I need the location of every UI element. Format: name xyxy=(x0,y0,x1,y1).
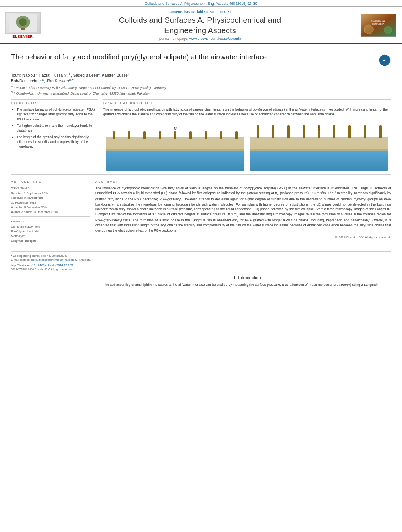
authors-text: Toufik Naoloua, Hazrat Hussaina, b, Sade… xyxy=(11,73,130,83)
graphical-abstract-header: GRAPHICAL ABSTRACT xyxy=(103,99,391,105)
elsevier-brand-text: ELSEVIER xyxy=(12,35,33,39)
bottom-left-col xyxy=(11,275,98,287)
graphical-abstract-text: The influence of hydrophobic modificatio… xyxy=(103,107,391,117)
svg-point-2 xyxy=(19,18,27,26)
doi-text: http://dx.doi.org/10.1016/j.colsurfa.201… xyxy=(11,263,73,267)
email-name: J. Kressler xyxy=(76,258,89,261)
svg-text:✓: ✓ xyxy=(383,57,387,63)
article-history-label: Article history: xyxy=(11,186,90,189)
doi-line[interactable]: http://dx.doi.org/10.1016/j.colsurfa.201… xyxy=(11,263,391,267)
keyword-3: Monolayer xyxy=(11,234,90,239)
corresponding-note: * Corresponding author. Tel.: +49 345552… xyxy=(11,254,391,262)
highlights-header: HIGHLIGHTS xyxy=(11,99,98,105)
chain-3 xyxy=(143,131,146,139)
keyword-4: Langmuir–Blodgett xyxy=(11,239,90,243)
chain-4 xyxy=(159,131,161,139)
journal-bar: Colloids and Surfaces A: Physicochem. En… xyxy=(0,0,402,7)
bottom-section: 1. Introduction The self-assembly of amp… xyxy=(0,275,402,287)
svg-text:COLLOIDS AND: COLLOIDS AND xyxy=(371,20,386,22)
water-layer-a xyxy=(106,149,244,171)
graphical-abstract-section: GRAPHICAL ABSTRACT The influence of hydr… xyxy=(103,99,391,171)
chain-2 xyxy=(128,131,130,139)
chain-5 xyxy=(174,131,176,139)
panel-a-label: a xyxy=(174,125,177,131)
molecule-layer-b xyxy=(250,137,388,151)
chain-b-3 xyxy=(287,125,290,138)
accepted-date: Accepted 6 December 2014 xyxy=(11,205,90,210)
keywords-list: Comb-like copolymers Poly(glycerol adipa… xyxy=(11,224,90,243)
svg-point-8 xyxy=(384,26,392,34)
info-abstract-row: ARTICLE INFO Article history: Received 1… xyxy=(11,174,391,243)
chain-8 xyxy=(220,131,222,139)
issn-text: 0927-7757/© 2014 Elsevier B.V. All right… xyxy=(11,268,74,271)
contents-label: Contents lists available at xyxy=(168,10,208,14)
journal-homepage-line: journal homepage: www.elsevier.com/locat… xyxy=(45,37,355,41)
highlights-list: The surface behavior of poly(glycerol ad… xyxy=(11,107,98,149)
issn-line: 0927-7757/© 2014 Elsevier B.V. All right… xyxy=(11,267,391,272)
chains-word: chains xyxy=(168,223,177,227)
journal-cover-image: COLLOIDS AND SURFACES A xyxy=(361,14,396,37)
svg-point-7 xyxy=(364,25,373,34)
page: Colloids and Surfaces A: Physicochem. En… xyxy=(0,0,402,532)
journal-header: ELSEVIER Contents lists available at Sci… xyxy=(0,7,402,44)
received-revised-date: Received in revised form25 November 2014 xyxy=(11,196,90,205)
highlight-item-2: For higher substitution ratio the monola… xyxy=(17,123,98,133)
molecule-layer-a xyxy=(106,137,244,151)
available-date: Available online 13 December 2014 xyxy=(11,210,90,215)
elsevier-logo-image xyxy=(5,12,41,34)
highlights-section: HIGHLIGHTS The surface behavior of poly(… xyxy=(11,99,98,171)
chain-b-9 xyxy=(379,125,382,138)
crossmark-icon: ✓ xyxy=(378,54,391,67)
journal-cover-area: COLLOIDS AND SURFACES A xyxy=(359,14,398,37)
highlight-item-1: The surface behavior of poly(glycerol ad… xyxy=(17,107,98,122)
chain-b-2 xyxy=(272,125,274,138)
chain-b-4 xyxy=(303,125,305,138)
journal-title-text: Colloids and Surfaces A: Physicochemical… xyxy=(45,15,355,35)
chain-1 xyxy=(113,131,115,139)
graphical-panel-b: b xyxy=(250,123,388,171)
affiliations: a ᵃ Martin Luther University Halle-Witte… xyxy=(11,85,391,96)
intro-section-title: 1. Introduction xyxy=(103,275,391,280)
abstract-text: The influence of hydrophobic modificatio… xyxy=(95,186,391,233)
svg-text:SURFACES A: SURFACES A xyxy=(372,23,385,25)
chain-b-8 xyxy=(364,125,366,138)
journal-bar-text: Colloids and Surfaces A: Physicochem. En… xyxy=(145,2,257,6)
journal-url[interactable]: www.elsevier.com/locate/colsurfa xyxy=(189,37,241,41)
chain-9 xyxy=(235,131,238,139)
chain-b-6 xyxy=(333,125,335,138)
graphical-abstract-image: a xyxy=(103,119,391,171)
keyword-1: Comb-like copolymers xyxy=(11,224,90,229)
chain-7 xyxy=(205,131,207,139)
article-info-header: ARTICLE INFO xyxy=(11,178,90,184)
panel-b-label: b xyxy=(318,125,321,131)
elsevier-logo: ELSEVIER xyxy=(4,12,41,39)
graphical-panel-a: a xyxy=(106,123,244,171)
article-dates: Received 1 September 2014 Received in re… xyxy=(11,191,90,215)
sciencedirect-link[interactable]: ScienceDirect xyxy=(210,10,232,14)
svg-rect-3 xyxy=(21,28,25,30)
copyright-text: © 2014 Elsevier B.V. All rights reserved… xyxy=(95,235,391,239)
authors-section: Toufik Naoloua, Hazrat Hussaina, b, Sade… xyxy=(11,72,391,83)
article-info-section: ARTICLE INFO Article history: Received 1… xyxy=(11,178,90,243)
email-label: E-mail address: xyxy=(11,258,30,261)
article-title-section: The behavior of fatty acid modified poly… xyxy=(11,52,391,70)
introduction-section: 1. Introduction The self-assembly of amp… xyxy=(103,275,391,287)
received-date: Received 1 September 2014 xyxy=(11,191,90,196)
affiliation-a: a ᵃ Martin Luther University Halle-Witte… xyxy=(11,85,391,91)
abstract-section: ABSTRACT The influence of hydrophobic mo… xyxy=(95,178,391,243)
highlights-graphical-row: HIGHLIGHTS The surface behavior of poly(… xyxy=(11,99,391,171)
article-content: The behavior of fatty acid modified poly… xyxy=(0,44,402,247)
chain-b-7 xyxy=(348,125,351,138)
contents-available-line: Contents lists available at ScienceDirec… xyxy=(45,10,355,14)
corresponding-text: * Corresponding author. Tel.: +49 345552… xyxy=(11,254,68,257)
abstract-header: ABSTRACT xyxy=(95,178,391,184)
chain-6 xyxy=(189,131,192,139)
keyword-2: Poly(glycerol adipate) xyxy=(11,229,90,234)
intro-paragraph: The self-assembly of amphiphilic molecul… xyxy=(103,282,391,287)
email-address[interactable]: joerg.kressler@chemie.uni-halle.de xyxy=(31,258,74,261)
affiliation-b: b ᵇ Quaid-i-Azam University Islamabad, D… xyxy=(11,90,391,96)
article-title: The behavior of fatty acid modified poly… xyxy=(11,52,374,62)
chain-b-1 xyxy=(257,125,259,138)
journal-title-area: Contents lists available at ScienceDirec… xyxy=(45,10,355,41)
keywords-label: Keywords: xyxy=(11,220,90,223)
